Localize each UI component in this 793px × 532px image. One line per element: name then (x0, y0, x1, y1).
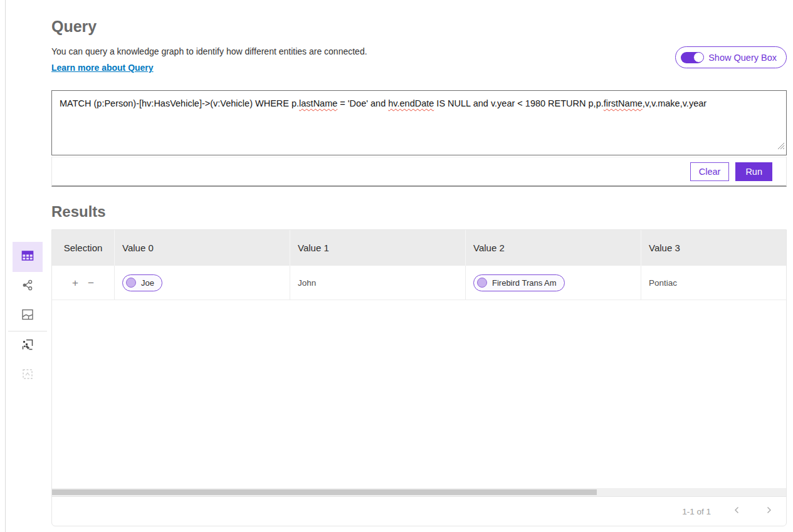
entity-dot-icon (126, 278, 136, 288)
add-to-selection-button[interactable]: + (72, 278, 78, 288)
column-header: Value 0 (114, 230, 290, 266)
pagination-range: 1-1 of 1 (682, 507, 711, 516)
learn-more-link[interactable]: Learn more about Query (51, 63, 154, 73)
sidebar-item-selection-tools (13, 368, 43, 383)
remove-from-selection-button[interactable]: − (88, 278, 94, 288)
selection-icon (20, 367, 35, 384)
entity-chip[interactable]: Firebird Trans Am (473, 274, 565, 291)
column-header: Value 1 (290, 230, 465, 266)
table-cell: Pontiac (641, 266, 786, 300)
query-segment: MATCH (p:Person)-[hv:HasVehicle]->(v:Veh… (60, 98, 299, 108)
map-icon (20, 307, 35, 325)
clear-button[interactable]: Clear (690, 162, 730, 181)
results-title: Results (51, 203, 787, 221)
toggle-knob (693, 52, 704, 63)
query-text: MATCH (p:Person)-[hv:HasVehicle]->(v:Veh… (60, 98, 706, 108)
entity-chip[interactable]: Joe (122, 274, 162, 291)
next-page-button[interactable] (764, 505, 774, 518)
sidebar-item-map-view[interactable] (13, 308, 43, 323)
query-segment: hv.endDate (388, 98, 434, 108)
sidebar-section-divider (8, 331, 47, 331)
column-header: Value 3 (641, 230, 786, 266)
show-query-box-toggle[interactable]: Show Query Box (675, 46, 787, 68)
table-body: +−JoeJohnFirebird Trans AmPontiac (52, 266, 786, 300)
query-segment: firstName (604, 98, 643, 108)
resize-handle-icon[interactable] (777, 140, 785, 154)
query-segment: IS NULL and v.year < 1980 RETURN p,p. (434, 98, 603, 108)
previous-page-button[interactable] (732, 505, 742, 518)
scrollbar-thumb[interactable] (52, 489, 597, 495)
page-title: Query (51, 18, 787, 36)
sidebar-item-add-to-link-chart[interactable] (13, 338, 43, 353)
query-segment: = 'Doe' and (337, 98, 388, 108)
query-segment: ,v,v.make,v.year (643, 98, 706, 108)
column-header: Value 2 (465, 230, 641, 266)
table-icon (20, 248, 35, 266)
column-header: Selection (52, 230, 114, 266)
query-editor-footer: Clear Run (51, 157, 787, 187)
entity-dot-icon (477, 278, 487, 288)
results-view-sidebar (6, 242, 50, 383)
toggle-label: Show Query Box (708, 53, 777, 63)
pagination-bar: 1-1 of 1 (52, 496, 786, 526)
add-to-link-chart-icon (20, 337, 35, 355)
run-button[interactable]: Run (735, 162, 772, 181)
table-cell: John (290, 266, 465, 300)
table-empty-area (52, 300, 786, 488)
entity-chip-label: Firebird Trans Am (492, 278, 557, 288)
results-table: SelectionValue 0Value 1Value 2Value 3 +−… (51, 229, 787, 526)
table-header-row: SelectionValue 0Value 1Value 2Value 3 (52, 230, 786, 266)
selection-cell: +− (52, 266, 114, 300)
link-chart-icon (20, 278, 35, 295)
sidebar-item-link-chart-view[interactable] (13, 279, 43, 294)
sidebar-item-table-view[interactable] (13, 242, 43, 272)
chevron-right-icon (764, 505, 774, 518)
chevron-left-icon (732, 505, 742, 518)
horizontal-scrollbar[interactable] (52, 488, 786, 496)
table-row: +−JoeJohnFirebird Trans AmPontiac (52, 266, 786, 300)
toggle-switch-icon[interactable] (681, 52, 703, 63)
table-cell: Joe (114, 266, 290, 300)
query-segment: lastName (299, 98, 337, 108)
query-page: Query You can query a knowledge graph to… (51, 0, 787, 526)
entity-chip-label: Joe (141, 278, 154, 288)
table-cell: Firebird Trans Am (465, 266, 641, 300)
query-editor[interactable]: MATCH (p:Person)-[hv:HasVehicle]->(v:Veh… (51, 90, 787, 155)
